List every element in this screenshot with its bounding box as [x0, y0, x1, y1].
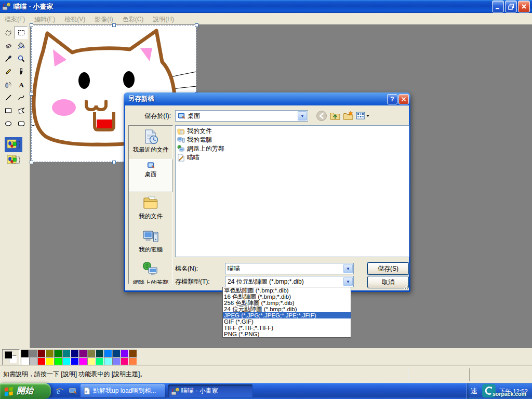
palette-swatch[interactable] [46, 350, 54, 357]
palette-swatch[interactable] [104, 350, 112, 357]
task-button[interactable]: 喵喵 - 小畫家 [168, 384, 252, 397]
menu-item[interactable]: 色彩(C) [118, 13, 149, 24]
minimize-button[interactable] [492, 1, 504, 12]
palette-swatch[interactable] [37, 350, 46, 357]
file-list[interactable]: 我的文件 我的電腦 網路上的芳鄰 喵喵 [175, 125, 409, 257]
menu-item[interactable]: 檔案(F) [0, 13, 30, 24]
combo-arrow-icon[interactable]: ▼ [298, 111, 307, 121]
filetype-option[interactable]: GIF (*.GIF) [223, 318, 351, 325]
save-button[interactable]: 儲存(S) [367, 262, 409, 275]
dialog-titlebar[interactable]: 另存新檔 ? [125, 92, 409, 105]
canvas-handle[interactable] [30, 92, 33, 96]
tool-select[interactable] [15, 26, 28, 39]
tool-curve[interactable] [15, 91, 28, 104]
place-item[interactable]: 桌面 [129, 159, 172, 192]
save-in-combobox[interactable]: 桌面 ▼ [175, 110, 308, 122]
filename-combobox[interactable]: 喵喵 ▼ [225, 263, 354, 274]
file-list-item[interactable]: 我的文件 [177, 127, 409, 136]
palette-swatch[interactable] [96, 357, 104, 365]
new-folder-button[interactable] [342, 110, 354, 122]
canvas-handle[interactable] [30, 161, 33, 164]
filetype-option[interactable]: 256 色點陣圖 (*.bmp;*.dib) [223, 300, 351, 306]
file-list-item[interactable]: 我的電腦 [177, 136, 409, 144]
tool-text[interactable]: A [15, 78, 28, 91]
palette-swatch[interactable] [37, 357, 46, 365]
tool-polygon[interactable] [15, 104, 28, 117]
combo-arrow-icon[interactable]: ▼ [343, 264, 353, 273]
resize-grip[interactable] [403, 284, 408, 289]
palette-swatch[interactable] [87, 357, 96, 365]
combo-arrow-icon[interactable]: ▼ [343, 277, 353, 286]
palette-swatch[interactable] [112, 357, 121, 365]
file-list-item[interactable]: 網路上的芳鄰 [177, 144, 409, 153]
ime-language-indicator[interactable]: 速 [471, 387, 477, 396]
close-button[interactable] [518, 1, 530, 12]
palette-swatch[interactable] [129, 357, 137, 365]
tool-rectangle[interactable] [2, 104, 15, 117]
palette-swatch[interactable] [104, 357, 112, 365]
filetype-option[interactable]: JPEG (*.JPG;*.JPEG;*.JPE;*.JFIF) [223, 312, 351, 318]
palette-swatch[interactable] [96, 350, 104, 357]
tool-airbrush[interactable] [2, 78, 15, 91]
palette-swatch[interactable] [79, 350, 87, 357]
canvas-handle[interactable] [112, 161, 116, 164]
tool-magnifier[interactable] [15, 52, 28, 65]
menu-item[interactable]: 檢視(V) [60, 13, 90, 24]
palette-swatch[interactable] [46, 357, 54, 365]
place-item[interactable]: 我的電腦 [129, 225, 172, 259]
menu-item[interactable]: 說明(H) [148, 13, 179, 24]
tool-brush[interactable] [15, 65, 28, 78]
restore-button[interactable] [505, 1, 517, 12]
tool-free-form-select[interactable] [2, 26, 15, 39]
option-opaque-selection[interactable] [5, 137, 22, 152]
canvas-handle[interactable] [30, 23, 33, 27]
palette-swatch[interactable] [121, 357, 129, 365]
quick-launch-ie-icon[interactable]: e [54, 385, 65, 397]
help-button[interactable]: ? [387, 94, 397, 104]
filetype-combobox[interactable]: 24 位元點陣圖 (*.bmp;*.dib) ▼ [225, 276, 354, 287]
filetype-option[interactable]: PNG (*.PNG) [223, 331, 351, 337]
palette-swatch[interactable] [29, 357, 37, 365]
palette-swatch[interactable] [62, 350, 71, 357]
current-colors[interactable] [2, 349, 20, 366]
canvas-handle[interactable] [112, 23, 116, 27]
menu-item[interactable]: 編輯(E) [30, 13, 60, 24]
filetype-option[interactable]: TIFF (*.TIF;*.TIFF) [223, 325, 351, 331]
palette-swatch[interactable] [21, 350, 29, 357]
canvas-handle[interactable] [195, 23, 198, 27]
palette-swatch[interactable] [54, 357, 62, 365]
file-list-item[interactable]: 喵喵 [177, 153, 409, 162]
dialog-close-button[interactable] [398, 94, 409, 104]
tool-rounded-rectangle[interactable] [15, 117, 28, 130]
filetype-option[interactable]: 單色點陣圖 (*.bmp;*.dib) [223, 287, 351, 294]
place-item[interactable]: 我最近的文件 [129, 126, 172, 159]
place-item[interactable]: 網路上的芳鄰 [129, 259, 172, 284]
quick-launch-desktop-icon[interactable] [66, 385, 78, 397]
palette-swatch[interactable] [71, 357, 79, 365]
back-button[interactable] [315, 110, 328, 122]
palette-swatch[interactable] [112, 350, 121, 357]
tool-line[interactable] [2, 91, 15, 104]
tool-ellipse[interactable] [2, 117, 15, 130]
filetype-option[interactable]: 24 位元點陣圖 (*.bmp;*.dib) [223, 306, 351, 312]
place-item[interactable]: 我的文件 [129, 192, 172, 225]
palette-swatch[interactable] [71, 350, 79, 357]
option-transparent-selection[interactable] [5, 153, 22, 168]
palette-swatch[interactable] [21, 357, 29, 365]
palette-swatch[interactable] [62, 357, 71, 365]
palette-swatch[interactable] [79, 357, 87, 365]
tool-pick-color[interactable] [2, 52, 15, 65]
views-menu-button[interactable] [355, 110, 370, 122]
palette-swatch[interactable] [54, 350, 62, 357]
palette-swatch[interactable] [129, 350, 137, 357]
up-one-level-button[interactable] [329, 110, 341, 122]
palette-swatch[interactable] [121, 350, 129, 357]
tool-pencil[interactable] [2, 65, 15, 78]
tool-fill-with-color[interactable] [15, 39, 28, 52]
start-button[interactable]: 開始 [0, 383, 51, 399]
task-button[interactable]: e 點解我up load唔到相... [81, 384, 165, 397]
filetype-option[interactable]: 16 色點陣圖 (*.bmp;*.dib) [223, 294, 351, 300]
tool-eraser[interactable] [2, 39, 15, 52]
palette-swatch[interactable] [87, 350, 96, 357]
menu-item[interactable]: 影像(I) [90, 13, 117, 24]
